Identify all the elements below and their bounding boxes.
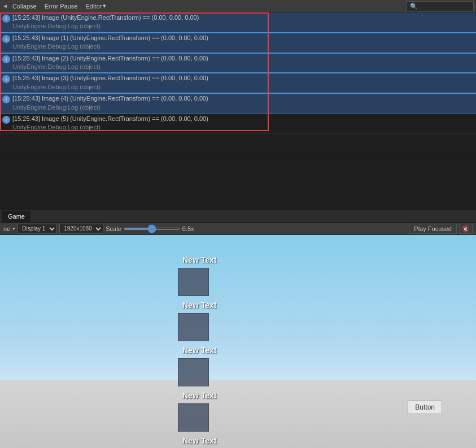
game-tab[interactable]: Game (2, 211, 30, 222)
error-pause-button[interactable]: Error Pause (41, 1, 81, 12)
scale-control: Scale 0.5x (106, 225, 199, 232)
log-icon: i (2, 95, 10, 103)
log-icon: i (2, 116, 10, 124)
new-text-label: New Text (178, 297, 221, 313)
log-icon: i (2, 35, 10, 43)
new-text-label: New Text (178, 388, 221, 403)
new-text-label: New Text (178, 433, 221, 448)
log-text: [15:25:43] Image (UnityEngine.RectTransf… (12, 14, 474, 31)
log-entry[interactable]: i[15:25:43] Image (5) (UnityEngine.RectT… (0, 114, 476, 134)
display-select[interactable]: Display 1 Display 2 (18, 224, 57, 234)
log-entry[interactable]: i[15:25:43] Image (4) (UnityEngine.RectT… (0, 93, 476, 114)
button-widget[interactable]: Button (408, 401, 442, 414)
resolution-select[interactable]: 1920x1080 1280x720 (59, 224, 103, 234)
collapse-button[interactable]: Collapse (9, 1, 40, 12)
log-icon: i (2, 15, 10, 23)
log-entry[interactable]: i[15:25:43] Image (1) (UnityEngine.RectT… (0, 33, 476, 53)
scale-slider[interactable] (124, 228, 180, 230)
console-wrapper: i[15:25:43] Image (UnityEngine.RectTrans… (0, 12, 476, 159)
log-text: [15:25:43] Image (3) (UnityEngine.RectTr… (12, 74, 474, 92)
log-icon: i (2, 55, 10, 63)
ui-panel: New TextNew TextNew TextNew TextNew Text… (178, 252, 378, 448)
log-text: [15:25:43] Image (1) (UnityEngine.RectTr… (12, 34, 474, 51)
log-entry[interactable]: i[15:25:43] Image (UnityEngine.RectTrans… (0, 12, 476, 33)
log-entry[interactable]: i[15:25:43] Image (2) (UnityEngine.RectT… (0, 53, 476, 73)
log-text: [15:25:43] Image (5) (UnityEngine.RectTr… (12, 115, 474, 132)
console-spacer (0, 159, 476, 210)
new-text-label: New Text (178, 342, 221, 358)
ui-image-block (178, 403, 209, 432)
ui-image-block (178, 358, 209, 386)
ui-row: New Text (178, 252, 378, 296)
log-entry[interactable]: i[15:25:43] Image (3) (UnityEngine.RectT… (0, 73, 476, 93)
aspect-label: ne (3, 225, 10, 232)
console-area[interactable]: i[15:25:43] Image (UnityEngine.RectTrans… (0, 12, 476, 159)
search-input[interactable] (406, 1, 474, 11)
aspect-arrow-icon: ▾ (12, 226, 15, 232)
game-tabbar: Game (0, 210, 476, 223)
editor-arrow-icon: ▾ (103, 2, 106, 10)
console-toolbar: ◄ Collapse Error Pause Editor ▾ (0, 0, 476, 12)
ui-row: New Text (178, 433, 378, 448)
new-text-label: New Text (178, 252, 221, 268)
ui-image-block (178, 268, 209, 296)
ui-row: New Text (178, 297, 378, 341)
mute-button[interactable]: 🔇 (459, 224, 473, 234)
log-icon: i (2, 75, 10, 83)
ui-row: New Text (178, 342, 378, 386)
game-view: New TextNew TextNew TextNew TextNew Text… (0, 235, 476, 448)
log-text: [15:25:43] Image (2) (UnityEngine.RectTr… (12, 54, 474, 72)
scale-label: Scale (106, 225, 121, 232)
ui-row: New Text (178, 388, 378, 432)
toolbar-arrow: ◄ (2, 3, 8, 9)
scale-value: 0.5x (182, 225, 199, 232)
ui-image-block (178, 313, 209, 341)
log-text: [15:25:43] Image (4) (UnityEngine.RectTr… (12, 94, 474, 112)
editor-button[interactable]: Editor ▾ (82, 1, 110, 12)
play-focused-button[interactable]: Play Focused (409, 224, 457, 234)
game-toolbar: ne ▾ Display 1 Display 2 1920x1080 1280x… (0, 223, 476, 235)
